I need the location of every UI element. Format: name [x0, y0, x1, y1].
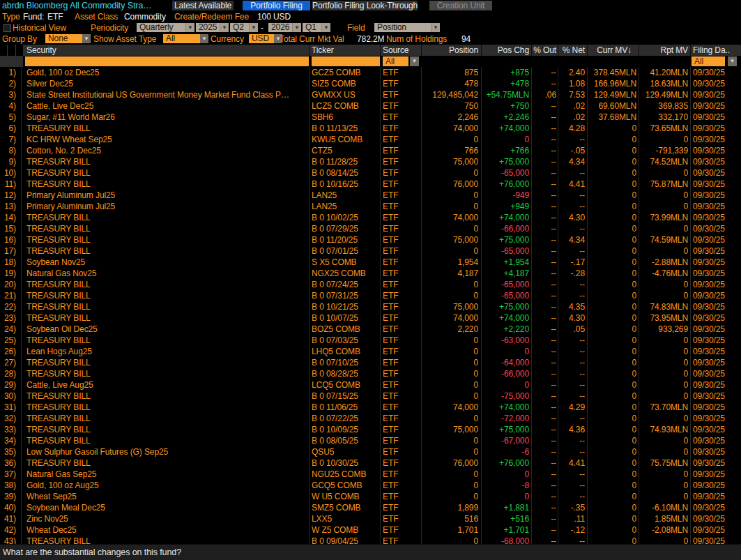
group-by-label: Group By [2, 33, 37, 45]
table-row[interactable]: 17) TREASURY BILL B 0 07/01/25 ETF 0 -65… [0, 245, 741, 257]
tab-portfolio-filing-look-through[interactable]: Portfolio Filing Look-Through [312, 1, 418, 10]
to-quarter-select[interactable]: Q1 [303, 23, 323, 32]
table-row[interactable]: 32) TREASURY BILL B 0 07/22/25 ETF 0 -72… [0, 413, 741, 424]
table-row[interactable]: 33) TREASURY BILL B 0 10/09/25 ETF 75,00… [0, 424, 741, 435]
tab-portfolio-filing[interactable]: Portfolio Filing [243, 1, 310, 10]
table-row[interactable]: 20) TREASURY BILL B 0 07/24/25 ETF 0 -65… [0, 279, 741, 290]
cell-rpt-mv: 332,170 [639, 112, 688, 123]
group-by-dropdown-arrow-icon[interactable]: ▼ [82, 34, 91, 43]
column-header-ticker[interactable]: Ticker [312, 45, 334, 56]
cell-rpt-mv: 73.95MLN [639, 312, 688, 324]
table-row[interactable]: 18) Soybean Nov25 S X5 COMB ETF 1,954 +1… [0, 257, 741, 268]
table-row[interactable]: 8) Cotton, No. 2 Dec25 CTZ5 ETF 766 +766… [0, 145, 741, 156]
table-row[interactable]: 13) Primary Aluminum Jul25 LAN25 ETF 0 +… [0, 201, 741, 212]
cell-pos-chg: -65,000 [481, 290, 529, 301]
table-row[interactable]: 10) TREASURY BILL B 0 08/14/25 ETF 0 -65… [0, 167, 741, 179]
table-row[interactable]: 21) TREASURY BILL B 0 07/31/25 ETF 0 -65… [0, 290, 741, 301]
tab-latest-available[interactable]: Latest Available [172, 1, 234, 10]
table-row[interactable]: 19) Natural Gas Nov25 NGX25 COMB ETF 4,1… [0, 268, 741, 279]
filing-filter-select[interactable]: All [692, 56, 725, 66]
table-row[interactable]: 15) TREASURY BILL B 0 07/29/25 ETF 0 -66… [0, 223, 741, 234]
historical-view-checkbox[interactable] [3, 24, 11, 32]
table-row[interactable]: 6) TREASURY BILL B 0 11/13/25 ETF 74,000… [0, 123, 741, 134]
from-quarter-select[interactable]: Q2 [230, 23, 251, 32]
column-header-rpt-mv[interactable]: Rpt MV [640, 45, 688, 56]
column-header-security[interactable]: Security [26, 45, 56, 56]
table-row[interactable]: 42) Wheat Dec25 W Z5 COMB ETF 1,701 +1,7… [0, 524, 741, 536]
table-row[interactable]: 28) TREASURY BILL B 0 08/28/25 ETF 0 -66… [0, 368, 741, 379]
table-row[interactable]: 34) TREASURY BILL B 0 08/05/25 ETF 0 -67… [0, 435, 741, 446]
cell-pos-chg: +766 [481, 145, 529, 156]
cell-source: ETF [383, 279, 420, 290]
cell-rpt-mv: 74.52MLN [639, 156, 688, 167]
table-row[interactable]: 22) TREASURY BILL B 0 10/21/25 ETF 75,00… [0, 301, 741, 312]
table-row[interactable]: 4) Cattle, Live Dec25 LCZ5 COMB ETF 750 … [0, 100, 741, 112]
table-row[interactable]: 9) TREASURY BILL B 0 11/28/25 ETF 75,000… [0, 156, 741, 167]
table-row[interactable]: 29) Cattle, Live Aug25 LCQ5 COMB ETF 0 0… [0, 379, 741, 391]
table-row[interactable]: 14) TREASURY BILL B 0 10/02/25 ETF 74,00… [0, 212, 741, 223]
cell-pct-out: -- [533, 391, 556, 402]
from-quarter-dropdown-arrow-icon[interactable]: ▼ [249, 23, 258, 32]
table-row[interactable]: 16) TREASURY BILL B 0 11/20/25 ETF 75,00… [0, 234, 741, 245]
table-row[interactable]: 3) State Street Institutional US Governm… [0, 89, 741, 100]
field-dropdown-arrow-icon[interactable]: ▼ [431, 23, 440, 32]
cell-rpt-mv: -2.88MLN [639, 257, 688, 268]
row-number: 25) [0, 335, 16, 346]
table-row[interactable]: 1) Gold, 100 oz Dec25 GCZ5 COMB ETF 875 … [0, 67, 741, 78]
ticker-filter-input[interactable] [312, 56, 380, 66]
cell-security: TREASURY BILL [26, 245, 307, 257]
table-row[interactable]: 27) TREASURY BILL B 0 07/10/25 ETF 0 -64… [0, 357, 741, 368]
periodicity-dropdown-arrow-icon[interactable]: ▼ [185, 23, 194, 32]
table-row[interactable]: 43) TREASURY BILL B 0 09/04/25 ETF 0 -68… [0, 536, 741, 544]
to-year-select[interactable]: 2026 [268, 23, 294, 32]
table-row[interactable]: 39) Wheat Sep25 W U5 COMB ETF 0 0 -- -- … [0, 491, 741, 502]
cell-ticker: B 0 11/06/25 [312, 402, 379, 413]
table-row[interactable]: 26) Lean Hogs Aug25 LHQ5 COMB ETF 0 0 --… [0, 346, 741, 357]
column-header-position[interactable]: Position [422, 45, 478, 56]
cell-pct-out: -- [533, 279, 556, 290]
table-row[interactable]: 30) TREASURY BILL B 0 07/15/25 ETF 0 -75… [0, 391, 741, 402]
table-row[interactable]: 40) Soybean Meal Dec25 SMZ5 COMB ETF 1,8… [0, 502, 741, 513]
table-row[interactable]: 38) Gold, 100 oz Aug25 GCQ5 COMB ETF 0 -… [0, 480, 741, 491]
source-filter-select[interactable]: All [383, 56, 408, 66]
row-number: 27) [0, 357, 16, 368]
cell-security: Soybean Meal Dec25 [26, 502, 307, 513]
table-row[interactable]: 25) TREASURY BILL B 0 07/03/25 ETF 0 -63… [0, 335, 741, 346]
table-row[interactable]: 11) TREASURY BILL B 0 10/16/25 ETF 76,00… [0, 179, 741, 190]
cell-filing-date: 09/30/25 [693, 279, 741, 290]
source-filter-dropdown-arrow-icon[interactable]: ▼ [410, 56, 419, 66]
from-year-select[interactable]: 2025 [196, 23, 222, 32]
column-header-source[interactable]: Source [383, 45, 408, 56]
security-filter-input[interactable] [25, 56, 309, 66]
table-row[interactable]: 24) Soybean Oil Dec25 BOZ5 COMB ETF 2,22… [0, 324, 741, 335]
to-year-dropdown-arrow-icon[interactable]: ▼ [292, 23, 301, 32]
group-by-select[interactable]: None [45, 34, 84, 43]
table-row[interactable]: 12) Primary Aluminum Jul25 LAN25 ETF 0 -… [0, 190, 741, 201]
cell-ticker: B 0 10/21/25 [312, 301, 379, 312]
filing-filter-dropdown-arrow-icon[interactable]: ▼ [728, 56, 737, 66]
table-row[interactable]: 36) TREASURY BILL B 0 10/30/25 ETF 76,00… [0, 457, 741, 469]
table-row[interactable]: 31) TREASURY BILL B 0 11/06/25 ETF 74,00… [0, 402, 741, 413]
show-asset-type-dropdown-arrow-icon[interactable]: ▼ [200, 34, 208, 43]
cell-pct-out: -- [533, 179, 556, 190]
column-header-filing-date[interactable]: Filing Da.. [693, 45, 730, 56]
cell-source: ETF [383, 145, 420, 156]
currency-select[interactable]: USD [249, 34, 276, 43]
table-row[interactable]: 5) Sugar, #11 World Mar26 SBH6 ETF 2,246… [0, 112, 741, 123]
to-quarter-dropdown-arrow-icon[interactable]: ▼ [321, 23, 330, 32]
cell-ticker: B 0 07/29/25 [312, 223, 379, 234]
field-select[interactable]: Position [374, 23, 433, 32]
table-row[interactable]: 23) TREASURY BILL B 0 10/07/25 ETF 74,00… [0, 312, 741, 324]
table-row[interactable]: 37) Natural Gas Sep25 NGU25 COMB ETF 0 0… [0, 469, 741, 480]
from-year-dropdown-arrow-icon[interactable]: ▼ [220, 23, 229, 32]
show-asset-type-select[interactable]: All [163, 34, 202, 43]
cell-curr-mv: 0 [587, 446, 636, 457]
table-row[interactable]: 7) KC HRW Wheat Sep25 KWU5 COMB ETF 0 0 … [0, 134, 741, 145]
column-header-pct-out[interactable]: % Out [533, 45, 556, 56]
cell-security: TREASURY BILL [26, 413, 307, 424]
table-row[interactable]: 35) Low Sulphur Gasoil Futures (G) Sep25… [0, 446, 741, 457]
periodicity-select[interactable]: Quarterly [137, 23, 188, 32]
table-row[interactable]: 2) Silver Dec25 SIZ5 COMB ETF 478 +478 -… [0, 78, 741, 89]
column-header-pos-chg[interactable]: Pos Chg [482, 45, 529, 56]
table-row[interactable]: 41) Zinc Nov25 LXX5 ETF 516 +516 -- .11 … [0, 513, 741, 524]
